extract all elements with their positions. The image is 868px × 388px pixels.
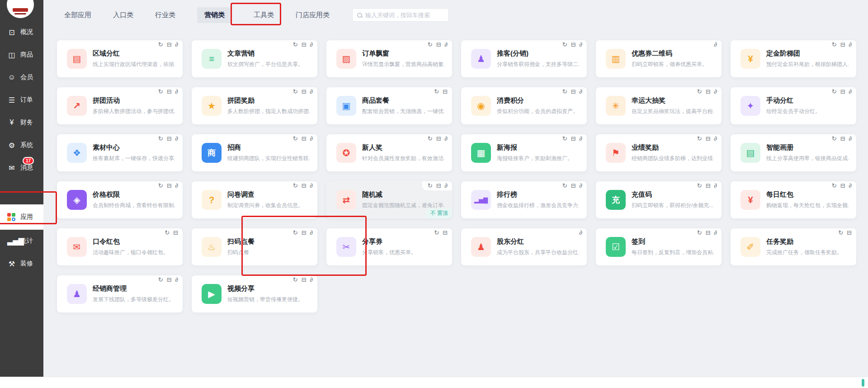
sidebar-item-members[interactable]: ☺ 会员	[0, 66, 43, 89]
refresh-icon[interactable]: ↻	[562, 89, 567, 95]
app-card-5[interactable]: ∂ ▥ 优惠券二维码 扫码立即锁客，领券优惠买单。	[596, 40, 722, 77]
refresh-icon[interactable]: ↻	[562, 136, 567, 142]
refresh-icon[interactable]: ↻	[428, 136, 433, 142]
delete-icon[interactable]: ⊟	[167, 42, 172, 47]
app-card-11[interactable]: ↻⊟∂ ✳ 幸运大抽奖 自定义奖品抽奖玩法，提高平台粉...	[596, 87, 722, 124]
refresh-icon[interactable]: ↻	[562, 42, 567, 47]
link-icon[interactable]: ∂	[310, 42, 313, 47]
delete-icon[interactable]: ⊟	[443, 230, 448, 236]
app-card-24[interactable]: ↻⊟∂ ¥ 每日红包 购物返现，每天抢红包，实现全额...	[731, 181, 856, 218]
delete-icon[interactable]: ⊟	[302, 230, 307, 236]
link-icon[interactable]: ∂	[580, 183, 582, 189]
delete-icon[interactable]: ⊟	[706, 89, 711, 95]
delete-icon[interactable]: ⊟	[302, 136, 307, 142]
app-card-4[interactable]: ↻⊟∂ ♟ 推客(分销) 分享销售获得佣金，支持多等级二...	[461, 40, 587, 77]
refresh-icon[interactable]: ↻	[293, 42, 298, 47]
app-card-26[interactable]: ↻⊟∂ ♨ 扫码点餐 扫码点餐	[192, 228, 317, 265]
link-icon[interactable]: ∂	[580, 136, 582, 142]
link-icon[interactable]: ∂	[175, 89, 178, 95]
delete-icon[interactable]: ⊟	[840, 89, 845, 95]
delete-icon[interactable]: ⊟	[571, 89, 576, 95]
delete-icon[interactable]: ⊟	[706, 230, 711, 236]
link-icon[interactable]: ∂	[580, 89, 582, 95]
sidebar-item-messages[interactable]: ✉ 消息 17	[0, 156, 43, 179]
refresh-icon[interactable]: ↻	[838, 230, 843, 236]
app-card-31[interactable]: ↻⊟∂ ♟ 经销商管理 发展下线团队，多等级极差分红。	[57, 275, 183, 312]
refresh-icon[interactable]: ↻	[697, 89, 702, 95]
app-card-28[interactable]: ∂ ♟ 股东分红 成为平台股东，共享平台收益分红。	[461, 228, 587, 265]
delete-icon[interactable]: ⊟	[840, 42, 845, 47]
link-icon[interactable]: ∂	[310, 89, 313, 95]
link-icon[interactable]: ∂	[580, 42, 582, 47]
delete-icon[interactable]: ⊟	[302, 277, 307, 283]
app-card-20[interactable]: ↻⊟∂ ? 问卷调查 制定调查问券，收集会员信息。	[192, 181, 317, 218]
delete-icon[interactable]: ⊟	[302, 183, 307, 189]
link-icon[interactable]: ∂	[714, 136, 717, 142]
delete-icon[interactable]: ⊟	[167, 183, 172, 189]
app-card-32[interactable]: ↻⊟∂ ▶ 视频分享 短视频营销，带货传播更便捷。	[192, 275, 317, 312]
link-icon[interactable]: ∂	[310, 230, 313, 236]
refresh-icon[interactable]: ↻	[697, 183, 702, 189]
sidebar-item-goods[interactable]: ◫ 商品	[0, 43, 43, 66]
delete-icon[interactable]: ⊟	[302, 42, 307, 47]
app-card-14[interactable]: ↻⊟∂ 商 招商 组建招商团队，实现行业性销售联...	[192, 134, 317, 171]
link-icon[interactable]: ∂	[849, 89, 852, 95]
link-icon[interactable]: ∂	[849, 42, 852, 47]
link-icon[interactable]: ∂	[714, 42, 717, 47]
sidebar-item-apps[interactable]: 应用	[0, 204, 43, 230]
refresh-icon[interactable]: ↻	[697, 230, 702, 236]
refresh-icon[interactable]: ↻	[158, 183, 163, 189]
tab-all-apps[interactable]: 全部应用	[64, 11, 91, 19]
refresh-icon[interactable]: ↻	[832, 42, 837, 47]
delete-icon[interactable]: ⊟	[436, 42, 441, 47]
delete-icon[interactable]: ⊟	[706, 183, 711, 189]
app-card-7[interactable]: ↻⊟∂ ↗ 拼团活动 多阶梯人数拼团活动，参与拼团优...	[57, 87, 183, 124]
link-icon[interactable]: ∂	[580, 230, 582, 236]
delete-icon[interactable]: ⊟	[571, 183, 576, 189]
link-icon[interactable]: ∂	[714, 230, 717, 236]
refresh-icon[interactable]: ↻	[562, 183, 567, 189]
app-card-6[interactable]: ↻⊟∂ ¥ 定金阶梯团 预付定金后补尾款，根据阶梯团人...	[731, 40, 856, 77]
delete-icon[interactable]: ⊟	[706, 136, 711, 142]
refresh-icon[interactable]: ↻	[428, 42, 433, 47]
refresh-icon[interactable]: ↻	[165, 230, 170, 236]
app-card-27[interactable]: ↻⊟ ✂ 分享券 分享锁客，优惠买单。	[326, 228, 452, 265]
delete-icon[interactable]: ⊟	[167, 277, 172, 283]
tab-entry[interactable]: 入口类	[113, 11, 133, 19]
app-card-25[interactable]: ↻⊟ ✉ 口令红包 活动趣味推广，输口令领红包。	[57, 228, 183, 265]
refresh-icon[interactable]: ↻	[697, 136, 702, 142]
app-card-16[interactable]: ↻⊟∂ ▦ 新海报 海报链接客户，奖励刺激推广。	[461, 134, 587, 171]
link-icon[interactable]: ∂	[175, 136, 178, 142]
link-icon[interactable]: ∂	[714, 183, 717, 189]
refresh-icon[interactable]: ↻	[293, 230, 298, 236]
link-icon[interactable]: ∂	[849, 136, 852, 142]
app-card-12[interactable]: ↻⊟∂ ✦ 手动分红 给特定会员手动分红。	[731, 87, 856, 124]
app-card-17[interactable]: ↻⊟∂ ⚑ 业绩奖励 经销商团队业绩多阶梯，达到业绩...	[596, 134, 722, 171]
refresh-icon[interactable]: ↻	[158, 277, 163, 283]
link-icon[interactable]: ∂	[849, 183, 852, 189]
refresh-icon[interactable]: ↻	[428, 183, 433, 189]
delete-icon[interactable]: ⊟	[173, 230, 178, 236]
app-card-18[interactable]: ↻⊟∂ ▤ 智能画册 线上分享高使用率，链接商品促成...	[731, 134, 856, 171]
refresh-icon[interactable]: ↻	[832, 136, 837, 142]
link-icon[interactable]: ∂	[445, 136, 448, 142]
sidebar-item-finance[interactable]: ¥ 财务	[0, 111, 43, 134]
refresh-icon[interactable]: ↻	[293, 277, 298, 283]
delete-icon[interactable]: ⊟	[443, 89, 448, 95]
delete-icon[interactable]: ⊟	[436, 183, 441, 189]
delete-icon[interactable]: ⊟	[840, 136, 845, 142]
app-card-2[interactable]: ↻⊟∂ ≡ 文章营销 软文撰写推广，平台信息共享。	[192, 40, 317, 77]
sidebar-item-system[interactable]: ⚙ 系统	[0, 134, 43, 156]
app-card-3[interactable]: ↻⊟∂ ▨ 订单飘窗 详情页显示飘窗，营造商品高销量。	[326, 40, 452, 77]
refresh-icon[interactable]: ↻	[158, 89, 163, 95]
link-icon[interactable]: ∂	[445, 183, 448, 189]
link-icon[interactable]: ∂	[175, 42, 178, 47]
delete-icon[interactable]: ⊟	[847, 230, 852, 236]
delete-icon[interactable]: ⊟	[571, 136, 576, 142]
delete-icon[interactable]: ⊟	[571, 42, 576, 47]
refresh-icon[interactable]: ↻	[434, 89, 439, 95]
link-icon[interactable]: ∂	[445, 42, 448, 47]
tab-industry[interactable]: 行业类	[155, 11, 175, 19]
tab-marketing[interactable]: 营销类	[197, 7, 232, 23]
delete-icon[interactable]: ⊟	[167, 89, 172, 95]
